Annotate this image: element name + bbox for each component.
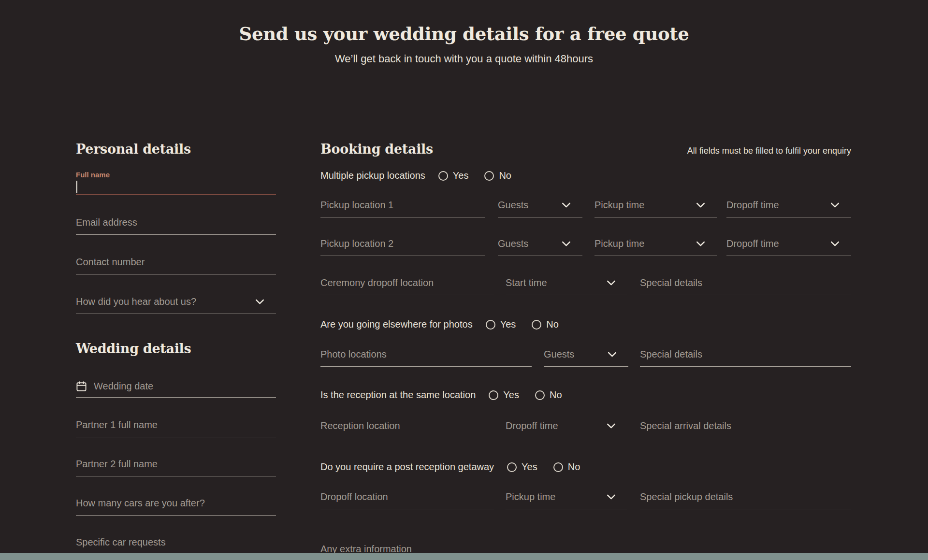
pickup-location-2-input[interactable] <box>320 238 485 256</box>
page-title: Send us your wedding details for a free … <box>0 23 928 44</box>
booking-column: Booking details All fields must be fille… <box>320 142 851 560</box>
contact-number-input[interactable] <box>76 256 276 274</box>
radio-label: Yes <box>503 389 519 401</box>
chevron-down-icon <box>830 202 840 208</box>
getaway-no-radio[interactable]: No <box>553 461 580 473</box>
multiple-pickup-yes-radio[interactable]: Yes <box>438 170 469 182</box>
ceremony-dropoff-input[interactable] <box>320 277 494 295</box>
guests-placeholder: Guests <box>498 238 528 250</box>
getaway-row: Pickup time <box>320 491 851 509</box>
quote-form-page: Send us your wedding details for a free … <box>0 0 928 560</box>
reception-no-radio[interactable]: No <box>535 389 562 401</box>
photos-row: Guests <box>320 348 851 367</box>
radio-icon <box>535 390 545 400</box>
radio-icon <box>553 462 563 472</box>
special-pickup-details-input[interactable] <box>640 491 851 509</box>
photos-no-radio[interactable]: No <box>532 318 559 330</box>
full-name-field[interactable]: Full name <box>76 170 276 195</box>
question-label: Do you require a post reception getaway <box>320 461 494 473</box>
personal-details-heading: Personal details <box>76 142 276 157</box>
ceremony-row: Start time <box>320 277 851 295</box>
getaway-dropoff-location-input[interactable] <box>320 491 494 509</box>
chevron-down-icon <box>562 202 571 208</box>
question-getaway: Do you require a post reception getaway … <box>320 461 851 473</box>
full-name-input[interactable] <box>76 179 276 195</box>
reception-dropoff-time-select[interactable]: Dropoff time <box>506 420 627 438</box>
dropoff-time-select-2[interactable]: Dropoff time <box>726 238 851 256</box>
radio-icon <box>438 171 448 181</box>
photo-special-details-input[interactable] <box>640 348 851 367</box>
bottom-edge-bar <box>0 553 928 560</box>
radio-icon <box>489 390 498 400</box>
partner2-name-input[interactable] <box>76 458 276 476</box>
pickup-row-1: Guests Pickup time Dropoff time <box>320 199 851 217</box>
start-time-select[interactable]: Start time <box>506 277 627 295</box>
reception-location-input[interactable] <box>320 420 494 438</box>
page-header: Send us your wedding details for a free … <box>0 23 928 65</box>
wedding-details-heading: Wedding details <box>76 341 276 357</box>
question-reception: Is the reception at the same location Ye… <box>320 389 851 401</box>
question-photos: Are you going elsewhere for photos Yes N… <box>320 318 851 330</box>
chevron-down-icon <box>607 280 616 286</box>
chevron-down-icon <box>696 202 705 208</box>
radio-icon <box>532 320 541 330</box>
getaway-yes-radio[interactable]: Yes <box>507 461 537 473</box>
chevron-down-icon <box>608 352 617 357</box>
question-label: Multiple pickup locations <box>320 170 425 182</box>
dropoff-time-select-1[interactable]: Dropoff time <box>726 199 851 217</box>
getaway-pickup-time-select[interactable]: Pickup time <box>506 491 627 509</box>
guests-select-2[interactable]: Guests <box>498 238 582 256</box>
dropoff-time-placeholder: Dropoff time <box>506 420 558 432</box>
pickup-time-placeholder: Pickup time <box>594 199 644 211</box>
ceremony-special-details-input[interactable] <box>640 277 851 295</box>
radio-icon <box>486 320 495 330</box>
car-count-input[interactable] <box>76 497 276 516</box>
radio-label: Yes <box>453 170 469 182</box>
reception-row: Dropoff time <box>320 420 851 438</box>
multiple-pickup-no-radio[interactable]: No <box>484 170 511 182</box>
photos-yes-radio[interactable]: Yes <box>486 318 516 330</box>
chevron-down-icon <box>696 241 705 246</box>
chevron-down-icon <box>607 494 616 500</box>
reception-yes-radio[interactable]: Yes <box>489 389 519 401</box>
chevron-down-icon <box>255 299 264 304</box>
chevron-down-icon <box>830 241 840 246</box>
partner1-name-input[interactable] <box>76 419 276 437</box>
personal-wedding-column: Personal details Full name How did you h… <box>76 142 276 555</box>
wedding-date-field[interactable] <box>76 380 276 398</box>
radio-label: Yes <box>522 461 537 473</box>
radio-label: No <box>499 170 511 182</box>
dropoff-time-placeholder: Dropoff time <box>726 238 779 250</box>
booking-note: All fields must be filled to fulfil your… <box>687 146 851 156</box>
pickup-time-placeholder: Pickup time <box>506 491 555 503</box>
car-requests-input[interactable] <box>76 536 276 555</box>
dropoff-time-placeholder: Dropoff time <box>726 199 779 211</box>
radio-icon <box>507 462 517 472</box>
radio-label: No <box>546 318 559 330</box>
radio-label: Yes <box>500 318 516 330</box>
question-label: Are you going elsewhere for photos <box>320 318 473 330</box>
guests-select-1[interactable]: Guests <box>498 199 582 217</box>
pickup-row-2: Guests Pickup time Dropoff time <box>320 238 851 256</box>
photo-guests-select[interactable]: Guests <box>544 348 628 367</box>
calendar-icon <box>76 381 87 392</box>
chevron-down-icon <box>607 423 616 429</box>
wedding-date-input[interactable] <box>94 380 276 392</box>
start-time-placeholder: Start time <box>506 277 547 289</box>
radio-label: No <box>550 389 562 401</box>
guests-placeholder: Guests <box>498 199 528 211</box>
page-subtitle: We’ll get back in touch with you a quote… <box>0 53 928 65</box>
pickup-time-select-2[interactable]: Pickup time <box>594 238 717 256</box>
hear-about-select[interactable]: How did you hear about us? <box>76 296 276 314</box>
radio-label: No <box>568 461 580 473</box>
special-arrival-details-input[interactable] <box>640 420 851 438</box>
radio-icon <box>484 171 494 181</box>
question-multiple-pickup: Multiple pickup locations Yes No <box>320 170 851 182</box>
pickup-location-1-input[interactable] <box>320 199 485 217</box>
full-name-label: Full name <box>76 170 276 179</box>
text-cursor <box>76 181 77 193</box>
photo-locations-input[interactable] <box>320 348 532 367</box>
pickup-time-select-1[interactable]: Pickup time <box>594 199 717 217</box>
email-input[interactable] <box>76 216 276 235</box>
chevron-down-icon <box>562 241 571 246</box>
